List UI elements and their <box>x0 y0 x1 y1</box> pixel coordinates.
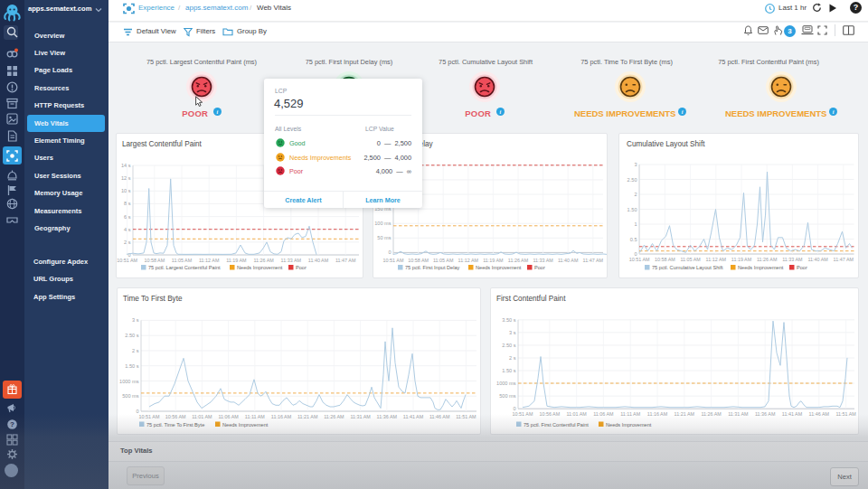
svg-text:11:36 AM: 11:36 AM <box>377 414 398 419</box>
svg-text:1.50 s: 1.50 s <box>125 363 138 369</box>
svg-text:11:05 AM: 11:05 AM <box>433 258 454 263</box>
svg-text:11:33 AM: 11:33 AM <box>533 258 553 263</box>
svg-text:Needs Improvement: Needs Improvement <box>738 265 784 270</box>
svg-text:11:41 AM: 11:41 AM <box>782 411 803 417</box>
svg-text:11:26 AM: 11:26 AM <box>253 258 274 263</box>
svg-text:2.50 s: 2.50 s <box>125 333 138 338</box>
svg-text:Cumulative Layout Shift: Cumulative Layout Shift <box>627 140 705 148</box>
svg-text:?: ? <box>10 420 14 428</box>
svg-text:11:46 AM: 11:46 AM <box>809 411 830 417</box>
svg-text:11:16 AM: 11:16 AM <box>647 411 668 417</box>
svg-text:Needs Improvement: Needs Improvement <box>237 265 283 270</box>
svg-text:2: 2 <box>634 192 637 197</box>
svg-text:11:21 AM: 11:21 AM <box>297 414 318 419</box>
svg-text:1.50 s: 1.50 s <box>502 368 515 373</box>
svg-text:11:12 AM: 11:12 AM <box>458 258 479 263</box>
svg-text:11:40 AM: 11:40 AM <box>308 258 329 263</box>
svg-text:11:19 AM: 11:19 AM <box>483 258 504 263</box>
svg-text:11:51 AM: 11:51 AM <box>835 411 856 417</box>
svg-text:3 s: 3 s <box>509 330 516 335</box>
svg-text:2.50: 2.50 <box>627 177 637 183</box>
svg-text:Poor: Poor <box>534 265 545 270</box>
svg-text:11:16 AM: 11:16 AM <box>271 414 292 419</box>
svg-text:10:56 AM: 10:56 AM <box>165 414 186 419</box>
svg-text:2.50 s: 2.50 s <box>502 343 515 348</box>
svg-text:10:51 AM: 10:51 AM <box>629 257 650 262</box>
svg-text:10:51 AM: 10:51 AM <box>117 258 137 263</box>
svg-text:10:51 AM: 10:51 AM <box>139 414 160 419</box>
svg-text:3.50 s: 3.50 s <box>502 317 515 323</box>
svg-text:12 s: 12 s <box>121 175 131 181</box>
svg-text:Largest Contentful Paint: Largest Contentful Paint <box>122 140 203 148</box>
svg-text:1000 ms: 1000 ms <box>119 379 139 384</box>
svg-text:Needs Improvement: Needs Improvement <box>222 422 269 428</box>
svg-text:10:51 AM: 10:51 AM <box>383 258 404 263</box>
svg-text:11:51 AM: 11:51 AM <box>456 414 476 419</box>
svg-text:50 ms: 50 ms <box>377 235 391 240</box>
svg-text:500 ms: 500 ms <box>499 393 516 399</box>
svg-text:11:05 AM: 11:05 AM <box>172 258 193 263</box>
svg-text:2 s: 2 s <box>509 355 516 361</box>
svg-text:Time To First Byte: Time To First Byte <box>123 295 183 303</box>
svg-text:11:06 AM: 11:06 AM <box>593 411 614 417</box>
svg-text:75 pctl. First Input Delay: 75 pctl. First Input Delay <box>405 265 460 270</box>
svg-text:Needs Improvement: Needs Improvement <box>606 422 652 428</box>
svg-text:0: 0 <box>388 249 391 255</box>
svg-text:11:11 AM: 11:11 AM <box>245 414 265 419</box>
svg-text:11:26 AM: 11:26 AM <box>757 257 778 262</box>
svg-text:Needs Improvement: Needs Improvement <box>476 265 522 270</box>
svg-text:11:47 AM: 11:47 AM <box>335 258 356 263</box>
svg-text:11:01 AM: 11:01 AM <box>192 414 212 419</box>
svg-text:1.50: 1.50 <box>627 207 637 212</box>
svg-text:10 s: 10 s <box>121 188 131 193</box>
svg-text:75 pctl. First Contentful Pain: 75 pctl. First Contentful Paint <box>524 422 589 428</box>
svg-text:11:11 AM: 11:11 AM <box>620 411 640 417</box>
svg-text:14 s: 14 s <box>121 163 131 168</box>
svg-text:11:47 AM: 11:47 AM <box>583 258 604 263</box>
svg-text:10:58 AM: 10:58 AM <box>408 258 429 263</box>
svg-text:10:51 AM: 10:51 AM <box>513 411 533 417</box>
svg-text:11:36 AM: 11:36 AM <box>755 411 776 417</box>
svg-text:11:33 AM: 11:33 AM <box>281 258 302 263</box>
svg-text:11:12 AM: 11:12 AM <box>199 258 220 263</box>
svg-text:11:26 AM: 11:26 AM <box>508 258 529 263</box>
svg-text:0.5: 0.5 <box>630 237 637 242</box>
svg-text:11:12 AM: 11:12 AM <box>706 257 727 262</box>
svg-text:Poor: Poor <box>296 265 307 270</box>
svg-text:11:26 AM: 11:26 AM <box>701 411 722 417</box>
svg-text:11:46 AM: 11:46 AM <box>429 414 450 419</box>
svg-text:11:05 AM: 11:05 AM <box>680 257 701 262</box>
svg-text:500 ms: 500 ms <box>122 393 139 399</box>
svg-text:11:19 AM: 11:19 AM <box>731 257 752 262</box>
svg-text:10:56 AM: 10:56 AM <box>539 411 560 417</box>
svg-text:11:01 AM: 11:01 AM <box>566 411 587 417</box>
svg-text:11:41 AM: 11:41 AM <box>403 414 424 419</box>
svg-text:i: i <box>216 109 218 115</box>
svg-text:1: 1 <box>634 221 637 227</box>
svg-text:75 pctl. Largest Contentful Pa: 75 pctl. Largest Contentful Paint <box>148 265 221 270</box>
svg-text:3 s: 3 s <box>132 317 139 323</box>
svg-text:First Contentful Paint: First Contentful Paint <box>496 295 566 303</box>
svg-text:100 ms: 100 ms <box>374 221 392 226</box>
svg-text:11:06 AM: 11:06 AM <box>218 414 239 419</box>
svg-text:75 pctl. Cumulative Layout Shi: 75 pctl. Cumulative Layout Shift <box>652 265 723 270</box>
svg-text:1000 ms: 1000 ms <box>496 381 516 386</box>
svg-text:11:40 AM: 11:40 AM <box>558 258 579 263</box>
svg-text:11:19 AM: 11:19 AM <box>226 258 247 263</box>
svg-text:2 s: 2 s <box>132 348 139 353</box>
svg-text:11:31 AM: 11:31 AM <box>350 414 371 419</box>
svg-text:3: 3 <box>634 162 637 167</box>
svg-text:11:26 AM: 11:26 AM <box>324 414 344 419</box>
svg-text:10:58 AM: 10:58 AM <box>655 257 675 262</box>
svg-text:Poor: Poor <box>797 265 807 270</box>
svg-text:11:47 AM: 11:47 AM <box>834 257 854 262</box>
svg-text:75 pctl. Time To First Byte: 75 pctl. Time To First Byte <box>146 422 204 428</box>
svg-text:11:40 AM: 11:40 AM <box>807 257 828 262</box>
svg-text:i: i <box>499 109 501 115</box>
svg-text:11:21 AM: 11:21 AM <box>675 411 695 417</box>
svg-text:10:58 AM: 10:58 AM <box>144 258 165 263</box>
svg-text:11:33 AM: 11:33 AM <box>782 257 803 262</box>
svg-text:11:31 AM: 11:31 AM <box>728 411 749 417</box>
